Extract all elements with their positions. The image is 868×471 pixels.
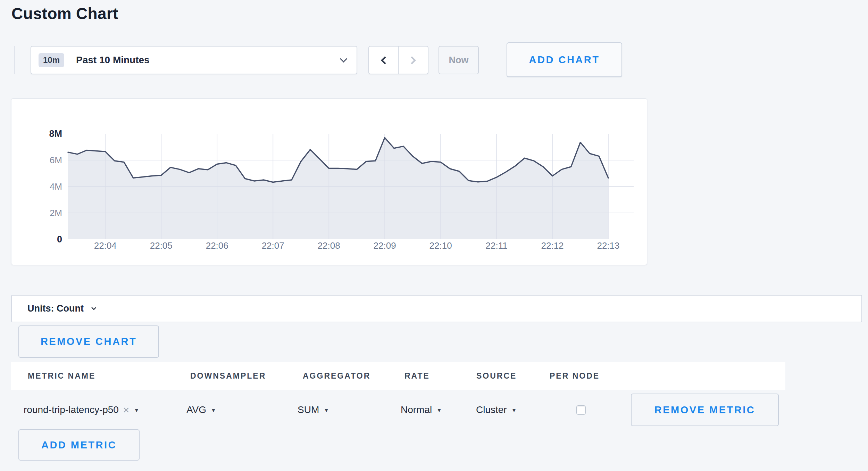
downsampler-dropdown[interactable]: AVG ▾ [186,401,215,419]
y-axis-tick-label: 6M [11,154,62,166]
add-metric-button[interactable]: ADD METRIC [18,429,140,461]
downsampler-value: AVG [186,404,206,415]
metric-name-value: round-trip-latency-p50 [24,404,119,415]
metrics-chart: 02M4M6M8M22:0422:0522:0622:0722:0822:092… [11,98,647,265]
column-header-metric-name: METRIC NAME [28,362,95,390]
units-dropdown[interactable]: Units: Count [11,295,862,322]
column-header-per-node: PER NODE [550,362,600,390]
chevron-left-icon [381,56,389,64]
time-pager [368,46,428,74]
remove-metric-button[interactable]: REMOVE METRIC [631,394,779,426]
chevron-right-icon [408,56,416,64]
column-header-aggregator: AGGREGATOR [303,362,370,390]
metrics-table-header: METRIC NAME DOWNSAMPLER AGGREGATOR RATE … [11,362,785,390]
chevron-down-icon [91,305,96,310]
chevron-down-icon [340,55,347,63]
x-axis-tick-label: 22:04 [84,240,126,251]
previous-timespan-button[interactable] [369,47,398,74]
column-header-downsampler: DOWNSAMPLER [190,362,266,390]
per-node-checkbox[interactable] [576,405,586,415]
toolbar-divider [14,46,15,74]
metric-name-dropdown[interactable]: round-trip-latency-p50 × ▾ [24,401,138,419]
clear-metric-icon[interactable]: × [123,404,130,415]
time-window-badge: 10m [39,53,64,67]
page-title: Custom Chart [11,4,118,23]
x-axis-tick-label: 22:13 [587,240,629,251]
x-axis-tick-label: 22:07 [252,240,294,251]
remove-chart-button[interactable]: REMOVE CHART [18,325,159,358]
aggregator-dropdown[interactable]: SUM ▾ [298,401,328,419]
caret-down-icon: ▾ [437,406,441,414]
x-axis-tick-label: 22:06 [196,240,238,251]
x-axis-tick-label: 22:11 [476,240,517,251]
rate-dropdown[interactable]: Normal ▾ [401,401,441,419]
caret-down-icon: ▾ [325,406,328,414]
aggregator-value: SUM [298,404,319,415]
source-dropdown[interactable]: Cluster ▾ [476,401,516,419]
caret-down-icon: ▾ [212,406,215,414]
source-value: Cluster [476,404,507,415]
y-axis-tick-label: 2M [11,207,62,219]
y-axis-tick-label: 0 [11,233,62,245]
x-axis-tick-label: 22:12 [532,240,573,251]
caret-down-icon: ▾ [512,406,516,414]
units-label: Units: Count [27,303,84,314]
column-header-source: SOURCE [476,362,517,390]
time-range-label: Past 10 Minutes [76,55,341,66]
y-axis-tick-label: 8M [11,128,62,140]
caret-down-icon: ▾ [135,406,139,414]
next-timespan-button[interactable] [398,47,428,74]
x-axis-tick-label: 22:05 [140,240,182,251]
add-chart-button[interactable]: ADD CHART [507,42,622,77]
x-axis-tick-label: 22:10 [420,240,461,251]
x-axis-tick-label: 22:09 [364,240,406,251]
now-button[interactable]: Now [439,46,479,74]
y-axis-tick-label: 4M [11,181,62,192]
column-header-rate: RATE [404,362,430,390]
rate-value: Normal [401,404,432,415]
x-axis-tick-label: 22:08 [308,240,350,251]
time-range-dropdown[interactable]: 10m Past 10 Minutes [31,46,357,74]
